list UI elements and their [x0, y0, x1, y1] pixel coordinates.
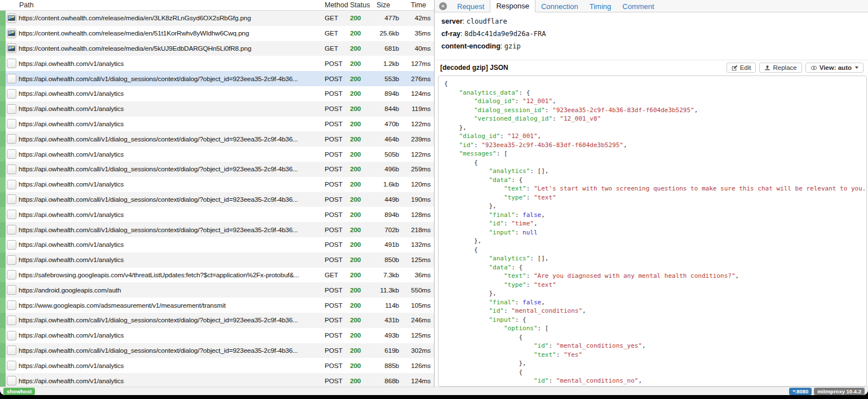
flow-row[interactable]: https://api.owhealth.com/call/v1/dialog_…	[0, 222, 434, 237]
json-body-viewer[interactable]: { "analytics_data": { "dialog_id": "12_0…	[438, 76, 867, 387]
resource-type-icon	[7, 134, 16, 144]
proxy-port-badge: *:8080	[789, 388, 812, 395]
tab-timing[interactable]: Timing	[584, 1, 617, 12]
marker-stripe	[0, 177, 6, 192]
resource-type-icon	[7, 165, 16, 174]
mitmproxy-web-window: Path Method Status Size Time https://con…	[0, 0, 868, 395]
flow-time: 125ms	[402, 331, 433, 339]
flow-row[interactable]: https://api.owhealth.com/call/v1/dialog_…	[0, 131, 434, 147]
flow-path: https://api.owhealth.com/v1/analytics	[18, 90, 322, 97]
flow-size: 1.2kb	[373, 60, 402, 68]
flow-method: POST	[322, 196, 348, 203]
marker-stripe	[0, 26, 6, 41]
flow-row[interactable]: https://api.owhealth.com/v1/analytics PO…	[0, 147, 434, 162]
flow-row[interactable]: https://api.owhealth.com/v1/analytics PO…	[0, 86, 434, 101]
flow-path: https://api.owhealth.com/v1/analytics	[18, 241, 322, 249]
flow-row[interactable]: https://content.owhealth.com/release/med…	[0, 41, 434, 56]
detail-tab-bar: × Request Response Connection Timing Com…	[435, 0, 868, 12]
replace-button[interactable]: Replace	[759, 63, 801, 73]
json-line: "analytics": [],	[444, 254, 866, 263]
flow-row[interactable]: https://content.owhealth.com/release/med…	[0, 26, 434, 41]
resource-type-icon	[7, 331, 16, 340]
flow-path: https://api.owhealth.com/v1/analytics	[18, 331, 322, 339]
flow-size: 681b	[373, 45, 402, 52]
json-line: "type": "text"	[444, 193, 866, 202]
flow-row[interactable]: https://api.owhealth.com/call/v1/dialog_…	[0, 162, 434, 177]
flow-row[interactable]: https://safebrowsing.googleapis.com/v4/t…	[0, 268, 434, 283]
json-line: },	[444, 359, 866, 368]
flow-size: 702b	[373, 226, 402, 234]
flow-status: 200	[348, 165, 373, 173]
flow-method: POST	[322, 135, 348, 143]
flow-size: 496b	[373, 165, 402, 173]
flow-size: 449b	[373, 196, 402, 203]
flow-status: 200	[348, 256, 373, 264]
json-line: {	[444, 333, 866, 342]
resource-type-icon	[7, 89, 16, 99]
flow-time: 35ms	[402, 29, 433, 37]
tab-comment[interactable]: Comment	[617, 1, 659, 12]
flow-row[interactable]: https://api.owhealth.com/call/v1/dialog_…	[0, 343, 434, 358]
flow-method: POST	[322, 302, 348, 309]
flow-row[interactable]: https://android.googleapis.com/auth POST…	[0, 282, 434, 298]
json-line: {	[444, 246, 866, 255]
image-thumbnail-icon	[8, 46, 15, 51]
tab-response[interactable]: Response	[490, 0, 535, 12]
flow-row[interactable]: https://api.owhealth.com/v1/analytics PO…	[0, 252, 434, 268]
flow-time: 40ms	[402, 45, 433, 52]
resource-type-icon	[7, 255, 16, 265]
image-thumbnail-icon	[8, 30, 15, 36]
flow-size: 431b	[373, 316, 402, 324]
flow-row[interactable]: https://api.owhealth.com/v1/analytics PO…	[0, 117, 434, 132]
json-line: "id": "time",	[444, 219, 866, 228]
resource-type-icon	[7, 14, 16, 23]
flow-path: https://content.owhealth.com/release/med…	[18, 29, 322, 37]
resource-type-icon	[7, 240, 16, 250]
flow-row[interactable]: https://api.owhealth.com/call/v1/dialog_…	[0, 192, 434, 207]
flow-size: 1.6kb	[373, 180, 402, 188]
json-line: "dialog_id": "12_001",	[444, 97, 866, 106]
flow-path: https://safebrowsing.googleapis.com/v4/t…	[18, 271, 322, 279]
flow-status: 200	[348, 29, 373, 37]
flow-row[interactable]: https://api.owhealth.com/v1/analytics PO…	[0, 373, 434, 387]
flow-size: 477b	[373, 14, 402, 22]
flow-row[interactable]: https://api.owhealth.com/call/v1/dialog_…	[0, 71, 434, 86]
flow-row[interactable]: https://api.owhealth.com/call/v1/dialog_…	[0, 313, 434, 328]
flow-time: 302ms	[402, 347, 433, 354]
flow-method: POST	[322, 241, 348, 249]
flow-row[interactable]: https://api.owhealth.com/v1/analytics PO…	[0, 237, 434, 252]
flow-row[interactable]: https://api.owhealth.com/v1/analytics PO…	[0, 358, 434, 373]
flow-row[interactable]: https://www.googleapis.com/adsmeasuremen…	[0, 298, 434, 313]
flow-status: 200	[348, 180, 373, 188]
marker-stripe	[0, 282, 6, 298]
flow-size: 894b	[373, 211, 402, 219]
flow-path: https://api.owhealth.com/call/v1/dialog_…	[18, 226, 322, 234]
flow-row[interactable]: https://api.owhealth.com/v1/analytics PO…	[0, 177, 434, 192]
json-line: "type": "text"	[444, 281, 866, 290]
view-mode-button[interactable]: View: auto	[805, 63, 863, 73]
flow-time: 246ms	[402, 316, 433, 324]
tab-connection[interactable]: Connection	[535, 1, 584, 12]
flow-size: 844b	[373, 105, 402, 113]
flow-row[interactable]: https://api.owhealth.com/v1/analytics PO…	[0, 328, 434, 343]
flow-path: https://api.owhealth.com/v1/analytics	[18, 150, 322, 158]
column-header-time: Time	[402, 1, 433, 9]
flow-time: 276ms	[402, 75, 433, 83]
flow-method: POST	[322, 150, 348, 158]
flow-status: 200	[348, 302, 373, 309]
column-header-size: Size	[373, 1, 402, 9]
flow-row[interactable]: https://api.owhealth.com/v1/analytics PO…	[0, 207, 434, 222]
version-badge: mitmproxy 10.4.2	[814, 388, 865, 395]
flow-status: 200	[348, 150, 373, 158]
flow-row[interactable]: https://api.owhealth.com/v1/analytics PO…	[0, 101, 434, 117]
flow-row[interactable]: https://api.owhealth.com/v1/analytics PO…	[0, 56, 434, 71]
flow-row[interactable]: https://content.owhealth.com/release/med…	[0, 11, 434, 26]
edit-button[interactable]: Edit	[727, 63, 756, 73]
flow-path: https://api.owhealth.com/call/v1/dialog_…	[18, 316, 322, 324]
json-line: {	[444, 79, 866, 88]
close-icon[interactable]: ×	[439, 2, 447, 10]
flow-size: 7.3kb	[373, 271, 402, 279]
flow-path: https://android.googleapis.com/auth	[18, 286, 322, 294]
replace-button-label: Replace	[773, 64, 796, 71]
tab-request[interactable]: Request	[451, 1, 490, 12]
